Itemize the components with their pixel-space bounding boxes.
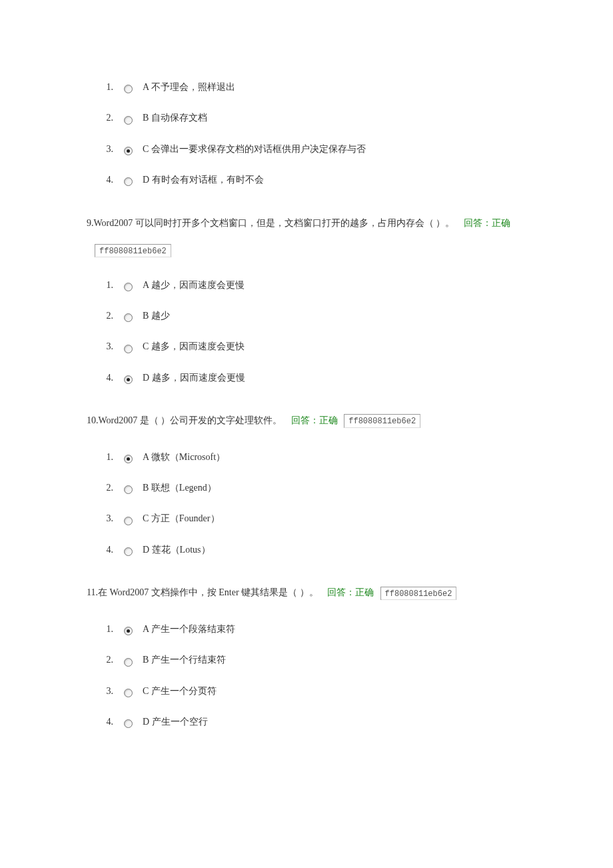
radio-q9-b[interactable] xyxy=(124,313,133,322)
answer-feedback: 回答：正确 xyxy=(291,415,338,425)
radio-q9-c[interactable] xyxy=(124,345,133,353)
radio-wrap xyxy=(113,174,143,189)
option-number: 1. xyxy=(95,278,113,293)
question-10-stem-line: 10.Word2007 是（ ）公司开发的文字处理软件。 回答：正确 ff808… xyxy=(87,412,526,430)
option-text: B 自动保存文档 xyxy=(143,111,526,125)
option-text: B 越少 xyxy=(143,309,526,323)
option-row: 1. A 微软（Microsoft） xyxy=(95,450,526,465)
option-number: 1. xyxy=(95,622,113,637)
option-row: 2. B 联想（Legend） xyxy=(95,481,526,495)
radio-wrap xyxy=(113,341,143,355)
question-11-stem: 11.在 Word2007 文档操作中，按 Enter 键其结果是（ ）。 xyxy=(87,587,318,597)
option-text: A 微软（Microsoft） xyxy=(143,450,526,465)
option-row: 1. A 不予理会，照样退出 xyxy=(95,80,526,95)
radio-q10-d[interactable] xyxy=(124,547,133,556)
answer-feedback: 回答：正确 xyxy=(327,587,374,597)
option-number: 2. xyxy=(95,111,113,125)
radio-q8-c[interactable] xyxy=(124,147,133,155)
option-number: 4. xyxy=(95,173,113,187)
radio-q9-a[interactable] xyxy=(124,283,133,291)
option-row: 4. D 有时会有对话框，有时不会 xyxy=(95,173,526,187)
question-8-options: 1. A 不予理会，照样退出 2. B 自动保存文档 3. C 会弹出一要求保存… xyxy=(95,80,526,188)
option-row: 1. A 产生一个段落结束符 xyxy=(95,622,526,637)
option-text: A 越少，因而速度会更慢 xyxy=(143,278,526,293)
option-number: 3. xyxy=(95,339,113,354)
option-row: 2. B 产生一个行结束符 xyxy=(95,653,526,667)
radio-wrap xyxy=(113,623,143,638)
option-text: A 产生一个段落结束符 xyxy=(143,622,526,637)
radio-wrap xyxy=(113,482,143,497)
question-id-field[interactable]: ff8080811eb6e2 xyxy=(380,587,457,601)
option-number: 4. xyxy=(95,371,113,385)
option-row: 2. B 越少 xyxy=(95,309,526,323)
option-text: D 越多，因而速度会更慢 xyxy=(143,371,526,385)
question-id-field[interactable]: ff8080811eb6e2 xyxy=(344,414,420,428)
option-row: 3. C 越多，因而速度会更快 xyxy=(95,339,526,354)
question-id-field[interactable]: ff8080811eb6e2 xyxy=(95,244,171,258)
radio-wrap xyxy=(113,513,143,527)
option-number: 2. xyxy=(95,481,113,495)
option-text: C 越多，因而速度会更快 xyxy=(143,339,526,354)
option-text: B 联想（Legend） xyxy=(143,481,526,495)
radio-wrap xyxy=(113,279,143,294)
option-number: 3. xyxy=(95,142,113,157)
option-row: 4. D 越多，因而速度会更慢 xyxy=(95,371,526,385)
option-row: 3. C 方正（Founder） xyxy=(95,511,526,526)
option-text: B 产生一个行结束符 xyxy=(143,653,526,667)
option-text: C 会弹出一要求保存文档的对话框供用户决定保存与否 xyxy=(143,142,526,157)
radio-q9-d[interactable] xyxy=(124,375,133,384)
option-row: 4. D 莲花（Lotus） xyxy=(95,543,526,557)
option-row: 4. D 产生一个空行 xyxy=(95,715,526,729)
option-number: 4. xyxy=(95,543,113,557)
option-text: A 不予理会，照样退出 xyxy=(143,80,526,95)
radio-wrap xyxy=(113,372,143,387)
radio-wrap xyxy=(113,685,143,700)
question-10-stem: 10.Word2007 是（ ）公司开发的文字处理软件。 xyxy=(87,415,282,425)
option-number: 2. xyxy=(95,653,113,667)
question-10: 10.Word2007 是（ ）公司开发的文字处理软件。 回答：正确 ff808… xyxy=(87,412,526,557)
radio-q10-a[interactable] xyxy=(124,455,133,463)
radio-wrap xyxy=(113,716,143,731)
option-number: 1. xyxy=(95,80,113,95)
option-text: C 方正（Founder） xyxy=(143,511,526,526)
question-9-stem: 9.Word2007 可以同时打开多个文档窗口，但是，文档窗口打开的越多，占用内… xyxy=(87,218,454,228)
option-row: 1. A 越少，因而速度会更慢 xyxy=(95,278,526,293)
radio-wrap xyxy=(113,544,143,559)
radio-q10-c[interactable] xyxy=(124,517,133,525)
question-10-options: 1. A 微软（Microsoft） 2. B 联想（Legend） 3. C … xyxy=(95,450,526,558)
radio-wrap xyxy=(113,112,143,127)
question-11: 11.在 Word2007 文档操作中，按 Enter 键其结果是（ ）。 回答… xyxy=(87,584,526,729)
option-row: 3. C 产生一个分页符 xyxy=(95,684,526,699)
question-9-options: 1. A 越少，因而速度会更慢 2. B 越少 3. C 越多，因而速度会更快 … xyxy=(95,278,526,386)
option-row: 3. C 会弹出一要求保存文档的对话框供用户决定保存与否 xyxy=(95,142,526,157)
option-text: C 产生一个分页符 xyxy=(143,684,526,699)
radio-wrap xyxy=(113,451,143,466)
option-number: 1. xyxy=(95,450,113,465)
radio-wrap xyxy=(113,143,143,158)
radio-wrap xyxy=(113,310,143,325)
answer-feedback: 回答：正确 xyxy=(464,218,510,228)
radio-wrap xyxy=(113,81,143,96)
radio-q8-d[interactable] xyxy=(124,177,133,186)
radio-q11-b[interactable] xyxy=(124,658,133,667)
question-9: 9.Word2007 可以同时打开多个文档窗口，但是，文档窗口打开的越多，占用内… xyxy=(87,215,526,386)
radio-wrap xyxy=(113,654,143,669)
radio-q8-a[interactable] xyxy=(124,85,133,93)
option-number: 3. xyxy=(95,684,113,699)
option-row: 2. B 自动保存文档 xyxy=(95,111,526,125)
radio-q11-c[interactable] xyxy=(124,689,133,697)
option-number: 2. xyxy=(95,309,113,323)
question-11-stem-line: 11.在 Word2007 文档操作中，按 Enter 键其结果是（ ）。 回答… xyxy=(87,584,526,602)
question-11-options: 1. A 产生一个段落结束符 2. B 产生一个行结束符 3. C 产生一个分页… xyxy=(95,622,526,730)
option-text: D 莲花（Lotus） xyxy=(143,543,526,557)
radio-q11-d[interactable] xyxy=(124,719,133,728)
id-box-wrap: ff8080811eb6e2 xyxy=(95,243,526,257)
option-number: 3. xyxy=(95,511,113,526)
question-9-stem-line: 9.Word2007 可以同时打开多个文档窗口，但是，文档窗口打开的越多，占用内… xyxy=(87,215,526,233)
radio-q10-b[interactable] xyxy=(124,485,133,494)
option-number: 4. xyxy=(95,715,113,729)
option-text: D 有时会有对话框，有时不会 xyxy=(143,173,526,187)
radio-q8-b[interactable] xyxy=(124,116,133,125)
radio-q11-a[interactable] xyxy=(124,627,133,635)
option-text: D 产生一个空行 xyxy=(143,715,526,729)
